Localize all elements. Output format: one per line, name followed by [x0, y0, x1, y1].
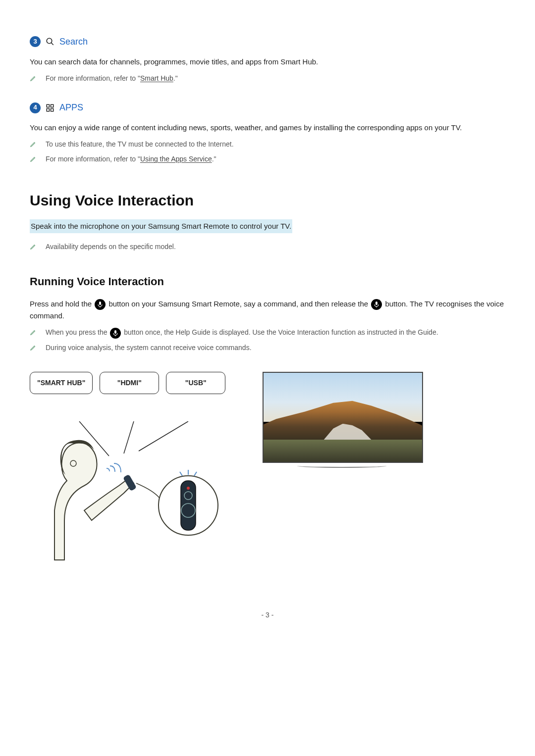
- note-text: .": [212, 155, 216, 163]
- svg-point-12: [70, 460, 76, 466]
- section-4-heading: 4 APPS: [30, 101, 505, 115]
- person-remote-illustration: [50, 421, 238, 565]
- link-apps-service[interactable]: Using the Apps Service: [140, 155, 212, 163]
- voice-illustration: "SMART HUB" "HDMI" "USB": [30, 372, 505, 565]
- svg-rect-3: [51, 104, 54, 107]
- note-text: .": [173, 74, 178, 82]
- note-text: During voice analysis, the system cannot…: [46, 342, 505, 353]
- svg-rect-5: [51, 108, 54, 111]
- voice-command-hdmi: "HDMI": [100, 372, 159, 394]
- pencil-icon: [30, 242, 37, 253]
- svg-rect-10: [114, 330, 116, 334]
- running-voice-body: Press and hold the button on your Samsun…: [30, 298, 505, 322]
- section-3-note: For more information, refer to "Smart Hu…: [30, 73, 505, 85]
- pencil-icon: [30, 154, 37, 165]
- section-3-body: You can search data for channels, progra…: [30, 56, 505, 68]
- section-4-body: You can enjoy a wide range of content in…: [30, 122, 505, 134]
- voice-command-smart-hub: "SMART HUB": [30, 372, 93, 394]
- section-4-note-1: To use this feature, the TV must be conn…: [30, 139, 505, 151]
- voice-command-usb: "USB": [166, 372, 225, 394]
- voice-interaction-subtitle: Speak into the microphone on your Samsun…: [30, 219, 505, 233]
- note-text: To use this feature, the TV must be conn…: [46, 139, 505, 150]
- pencil-icon: [30, 140, 37, 151]
- svg-rect-8: [375, 302, 377, 305]
- section-3-heading: 3 Search: [30, 35, 505, 49]
- apps-grid-icon: [46, 103, 54, 112]
- badge-3: 3: [30, 36, 41, 47]
- running-voice-note-1: When you press the button once, the Help…: [30, 327, 505, 339]
- microphone-button-icon: [371, 299, 382, 310]
- microphone-button-icon: [95, 299, 106, 310]
- svg-point-16: [187, 487, 190, 490]
- voice-interaction-note: Availability depends on the specific mod…: [30, 241, 505, 253]
- section-4-note-2: For more information, refer to "Using th…: [30, 153, 505, 165]
- section-3-title: Search: [59, 35, 88, 49]
- section-4-title: APPS: [59, 101, 83, 115]
- note-text: When you press the: [46, 328, 109, 336]
- tv-illustration: [263, 372, 423, 468]
- pencil-icon: [30, 343, 37, 354]
- running-voice-note-2: During voice analysis, the system cannot…: [30, 342, 505, 354]
- svg-rect-6: [99, 302, 101, 305]
- note-text: For more information, refer to ": [46, 74, 140, 82]
- microphone-button-icon: [110, 328, 121, 339]
- svg-rect-4: [47, 108, 49, 111]
- running-voice-title: Running Voice Interaction: [30, 273, 505, 290]
- note-text: For more information, refer to ": [46, 155, 140, 163]
- link-smart-hub[interactable]: Smart Hub: [140, 74, 173, 82]
- pencil-icon: [30, 328, 37, 339]
- page-number: - 3 -: [30, 609, 505, 620]
- note-text: Availability depends on the specific mod…: [46, 241, 505, 252]
- svg-point-0: [47, 39, 52, 44]
- svg-rect-2: [47, 104, 49, 107]
- note-text: button once, the Help Guide is displayed…: [124, 328, 438, 336]
- voice-interaction-title: Using Voice Interaction: [30, 189, 505, 212]
- pencil-icon: [30, 74, 37, 85]
- badge-4: 4: [30, 102, 41, 113]
- search-icon: [46, 37, 54, 46]
- svg-line-1: [51, 43, 54, 46]
